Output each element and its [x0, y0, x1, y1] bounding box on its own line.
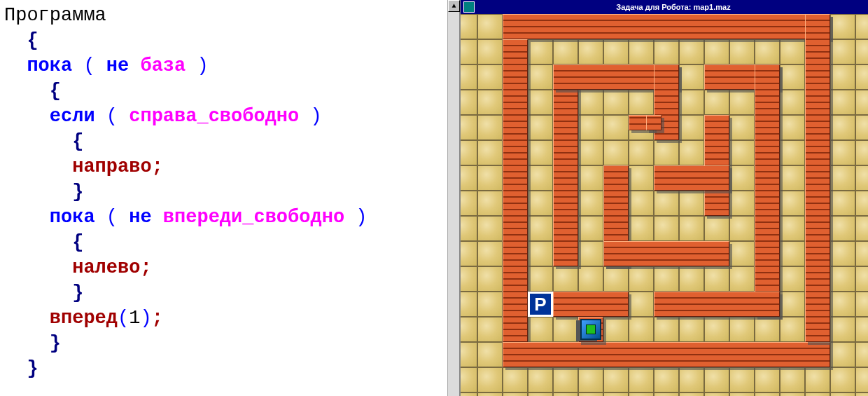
floor-cell [461, 115, 477, 140]
code-token: впереди_свободно [163, 207, 344, 228]
floor-cell [780, 115, 805, 140]
code-token: } [72, 282, 83, 303]
floor-cell [528, 191, 553, 216]
floor-cell [679, 191, 704, 216]
floor-cell [855, 216, 868, 241]
code-line[interactable]: { [4, 129, 455, 154]
floor-cell [780, 39, 805, 64]
floor-cell [679, 115, 704, 140]
floor-cell [704, 317, 729, 342]
floor-cell [679, 90, 704, 115]
floor-cell [477, 191, 503, 216]
floor-cell [578, 90, 603, 115]
floor-cell [553, 367, 578, 392]
floor-cell [629, 140, 654, 165]
floor-cell [679, 39, 704, 64]
code-token: } [50, 333, 61, 354]
floor-cell [830, 191, 855, 216]
floor-cell [679, 367, 704, 392]
floor-cell [729, 90, 755, 115]
code-line[interactable]: } [4, 280, 455, 306]
floor-cell [603, 115, 629, 140]
code-line[interactable]: вперед(1); [4, 306, 455, 331]
wall-segment [805, 14, 830, 342]
maze-canvas[interactable]: P [461, 14, 868, 396]
floor-cell [855, 64, 868, 90]
code-line[interactable]: Программа [4, 3, 455, 28]
code-token: пока [50, 207, 95, 228]
wall-segment [646, 115, 662, 130]
floor-cell [780, 64, 805, 90]
code-line[interactable]: пока ( не впереди_свободно ) [4, 205, 455, 230]
floor-cell [654, 140, 679, 165]
code-line[interactable]: } [4, 331, 455, 356]
floor-cell [654, 392, 679, 396]
floor-cell [629, 216, 654, 241]
floor-cell [477, 216, 503, 241]
code-token: не [106, 55, 141, 76]
code-token: если [50, 106, 95, 127]
code-line[interactable]: пока ( не база ) [4, 53, 455, 78]
floor-cell [553, 317, 578, 342]
code-token: база [140, 55, 186, 76]
floor-cell [578, 140, 603, 165]
floor-cell [830, 90, 855, 115]
floor-cell [654, 191, 679, 216]
floor-cell [629, 191, 654, 216]
floor-cell [503, 392, 528, 396]
floor-cell [553, 392, 578, 396]
floor-cell [553, 39, 578, 64]
floor-cell [461, 241, 477, 266]
floor-cell [855, 115, 868, 140]
floor-cell [461, 392, 477, 396]
floor-cell [461, 216, 477, 241]
floor-cell [461, 64, 477, 90]
floor-cell [528, 241, 553, 266]
code-line[interactable]: если ( справа_свободно ) [4, 104, 455, 129]
robot-icon[interactable] [580, 319, 601, 340]
floor-cell [629, 165, 654, 191]
maze-titlebar[interactable]: Задача для Робота: map1.maz [461, 0, 868, 14]
code-line[interactable]: { [4, 78, 455, 104]
floor-cell [578, 115, 603, 140]
code-line[interactable]: } [4, 356, 455, 381]
floor-cell [578, 165, 603, 191]
floor-cell [679, 64, 704, 90]
floor-cell [477, 392, 503, 396]
floor-cell [654, 317, 679, 342]
floor-cell [855, 14, 868, 39]
code-line[interactable]: { [4, 28, 455, 53]
floor-cell [755, 367, 780, 392]
code-line[interactable]: } [4, 179, 455, 205]
code-line[interactable]: направо; [4, 154, 455, 179]
wall-segment [755, 64, 780, 317]
code-token: 1 [129, 308, 140, 329]
floor-cell [679, 317, 704, 342]
floor-cell [654, 367, 679, 392]
floor-cell [830, 266, 855, 292]
floor-cell [855, 342, 868, 367]
code-token: не [129, 207, 163, 228]
vertical-scrollbar[interactable]: ▲ [447, 0, 459, 396]
code-line[interactable]: налево; [4, 255, 455, 280]
floor-cell [780, 392, 805, 396]
floor-cell [603, 140, 629, 165]
floor-cell [477, 90, 503, 115]
floor-cell [855, 90, 868, 115]
floor-cell [461, 342, 477, 367]
floor-cell [654, 266, 679, 292]
floor-cell [729, 266, 755, 292]
floor-cell [755, 392, 780, 396]
floor-cell [629, 39, 654, 64]
floor-cell [528, 115, 553, 140]
floor-cell [629, 317, 654, 342]
floor-cell [755, 317, 780, 342]
scroll-up-arrow-icon[interactable]: ▲ [448, 0, 460, 12]
floor-cell [477, 165, 503, 191]
code-editor[interactable]: Программа { пока ( не база ) { если ( сп… [0, 0, 461, 396]
floor-cell [461, 140, 477, 165]
floor-cell [830, 317, 855, 342]
floor-cell [578, 241, 603, 266]
wall-segment [503, 39, 528, 342]
code-line[interactable]: { [4, 230, 455, 255]
